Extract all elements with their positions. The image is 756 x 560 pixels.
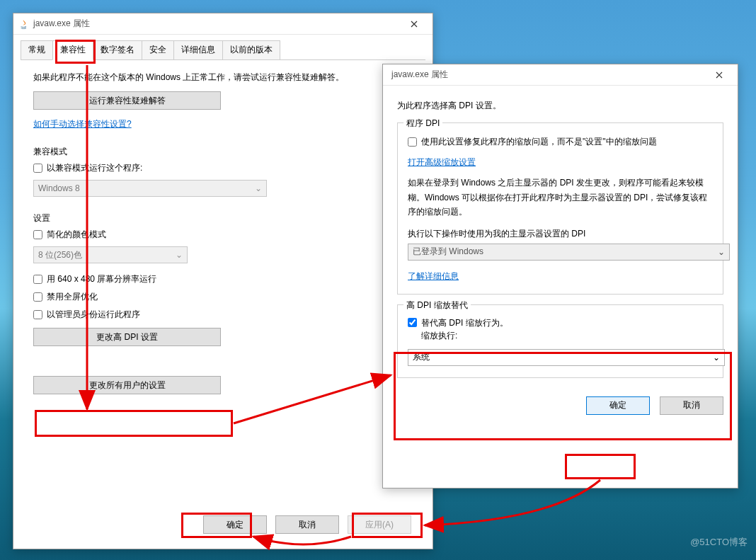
dlg1-button-row: 确定 取消 应用(A) — [203, 515, 411, 534]
chk-disable-fullscreen-box[interactable] — [33, 292, 42, 302]
dlg2-body: 为此程序选择高 DPI 设置。 程序 DPI 使用此设置修复此程序的缩放问题，而… — [383, 86, 738, 428]
select-override[interactable]: 系统 ⌄ — [408, 349, 725, 366]
dlg1-title: javaw.exe 属性 — [33, 18, 400, 30]
chk-use-setting-box[interactable] — [408, 137, 417, 147]
chevron-down-icon: ⌄ — [176, 250, 183, 260]
section-settings: 设置 — [33, 212, 413, 224]
dlg1-ok-button[interactable]: 确定 — [203, 515, 267, 534]
tab-general[interactable]: 常规 — [21, 40, 53, 60]
group-program-dpi: 程序 DPI 使用此设置修复此程序的缩放问题，而不是"设置"中的缩放问题 打开高… — [397, 122, 723, 295]
chk-reduced-color-box[interactable] — [33, 230, 42, 239]
high-dpi-dialog: javaw.exe 属性 为此程序选择高 DPI 设置。 程序 DPI 使用此设… — [382, 64, 738, 488]
dlg2-close-button[interactable] — [705, 65, 733, 85]
tab-digital-signatures[interactable]: 数字签名 — [93, 40, 142, 60]
dlg2-ok-button[interactable]: 确定 — [586, 396, 650, 415]
dlg1-cancel-button[interactable]: 取消 — [275, 515, 339, 534]
chk-override-box[interactable] — [408, 318, 417, 327]
select-when: 已登录到 Windows ⌄ — [408, 244, 730, 261]
chk-admin-box[interactable] — [33, 310, 42, 319]
select-color: 8 位(256)色 ⌄ — [33, 246, 188, 263]
label-when: 执行以下操作时使用为我的主显示器设置的 DPI — [408, 227, 713, 241]
tab-details[interactable]: 详细信息 — [173, 40, 223, 60]
chk-640x480[interactable]: 用 640 x 480 屏幕分辨率运行 — [33, 273, 413, 285]
tab-previous-versions[interactable]: 以前的版本 — [222, 40, 280, 60]
chk-compat-mode-box[interactable] — [33, 164, 42, 173]
select-os: Windows 8 ⌄ — [33, 180, 267, 197]
select-color-value: 8 位(256)色 — [38, 249, 82, 261]
tab-compatibility[interactable]: 兼容性 — [52, 40, 93, 60]
chk-admin[interactable]: 以管理员身份运行此程序 — [33, 309, 413, 321]
dlg2-para1: 如果在登录到 Windows 之后主显示器的 DPI 发生更改，则程序可能看起来… — [408, 176, 713, 219]
java-icon — [18, 18, 29, 30]
chk-use-setting-label: 使用此设置修复此程序的缩放问题，而不是"设置"中的缩放问题 — [421, 136, 657, 148]
chk-admin-label: 以管理员身份运行此程序 — [47, 309, 140, 321]
troubleshoot-button[interactable]: 运行兼容性疑难解答 — [33, 91, 221, 110]
change-all-users-button[interactable]: 更改所有用户的设置 — [33, 376, 221, 394]
chk-override[interactable]: 替代高 DPI 缩放行为。 缩放执行: — [408, 316, 713, 342]
group-high-dpi-override: 高 DPI 缩放替代 替代高 DPI 缩放行为。 缩放执行: 系统 ⌄ — [397, 304, 723, 378]
properties-dialog: javaw.exe 属性 常规 兼容性 数字签名 安全 详细信息 以前的版本 如… — [13, 13, 433, 549]
watermark-text: @51CTO博客 — [690, 536, 748, 549]
dlg2-title: javaw.exe 属性 — [387, 69, 705, 81]
chk-compat-mode[interactable]: 以兼容模式运行这个程序: — [33, 162, 413, 174]
dlg2-cancel-button[interactable]: 取消 — [660, 396, 723, 415]
manual-settings-link[interactable]: 如何手动选择兼容性设置? — [33, 118, 132, 130]
learn-more-link[interactable]: 了解详细信息 — [408, 270, 459, 282]
group-high-dpi-override-legend: 高 DPI 缩放替代 — [403, 299, 471, 312]
dlg1-close-button[interactable] — [400, 14, 428, 34]
chk-use-setting[interactable]: 使用此设置修复此程序的缩放问题，而不是"设置"中的缩放问题 — [408, 136, 713, 148]
tab-content-compatibility: 如果此程序不能在这个版本的 Windows 上正常工作，请尝试运行兼容性疑难解答… — [21, 59, 425, 547]
chk-640x480-label: 用 640 x 480 屏幕分辨率运行 — [47, 273, 156, 285]
help-text: 如果此程序不能在这个版本的 Windows 上正常工作，请尝试运行兼容性疑难解答… — [33, 70, 413, 84]
chk-disable-fullscreen-label: 禁用全屏优化 — [47, 291, 98, 303]
chk-640x480-box[interactable] — [33, 275, 42, 284]
chevron-down-icon: ⌄ — [713, 353, 720, 362]
select-override-value: 系统 — [413, 351, 430, 363]
dlg1-titlebar: javaw.exe 属性 — [13, 13, 433, 35]
chk-compat-mode-label: 以兼容模式运行这个程序: — [47, 162, 142, 174]
dlg2-titlebar: javaw.exe 属性 — [383, 64, 738, 86]
chevron-down-icon: ⌄ — [718, 247, 725, 257]
dlg2-intro: 为此程序选择高 DPI 设置。 — [397, 98, 723, 113]
select-os-value: Windows 8 — [38, 183, 80, 193]
tab-security[interactable]: 安全 — [142, 40, 174, 60]
chk-reduced-color-label: 简化的颜色模式 — [47, 229, 106, 241]
group-program-dpi-legend: 程序 DPI — [403, 118, 442, 130]
select-when-value: 已登录到 Windows — [413, 246, 483, 258]
chk-reduced-color[interactable]: 简化的颜色模式 — [33, 229, 413, 241]
dlg1-apply-button[interactable]: 应用(A) — [348, 515, 411, 534]
section-compat-mode: 兼容模式 — [33, 146, 413, 158]
change-high-dpi-button[interactable]: 更改高 DPI 设置 — [33, 328, 221, 346]
advanced-scaling-link[interactable]: 打开高级缩放设置 — [408, 156, 476, 168]
tab-row: 常规 兼容性 数字签名 安全 详细信息 以前的版本 — [13, 35, 433, 60]
chk-disable-fullscreen[interactable]: 禁用全屏优化 — [33, 291, 413, 303]
chevron-down-icon: ⌄ — [255, 183, 262, 193]
chk-override-label: 替代高 DPI 缩放行为。 缩放执行: — [421, 316, 508, 342]
